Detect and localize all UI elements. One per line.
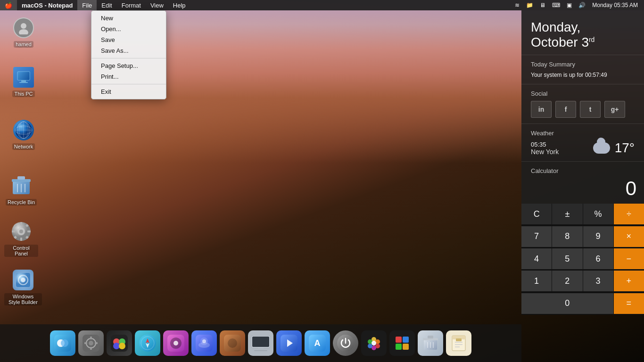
menu-item-new[interactable]: New: [91, 13, 166, 24]
svg-rect-83: [428, 336, 433, 338]
calc-btn-plus[interactable]: +: [614, 271, 644, 291]
weather-info: 05:35 New York: [531, 141, 559, 156]
svg-rect-5: [19, 82, 28, 83]
menu-item-open[interactable]: Open...: [91, 24, 166, 34]
svg-rect-78: [403, 337, 409, 343]
calc-btn-plusminus[interactable]: ±: [552, 204, 582, 224]
calc-btn-8[interactable]: 8: [552, 226, 582, 247]
calc-btn-4[interactable]: 4: [521, 248, 552, 269]
calc-btn-5[interactable]: 5: [552, 248, 582, 269]
month-day: October 3rd: [531, 35, 635, 50]
menu-item-print[interactable]: Print...: [91, 71, 166, 82]
dock-notepad[interactable]: [446, 330, 471, 356]
svg-rect-92: [456, 338, 462, 341]
desktop-icon-recycle-bin[interactable]: Recycle Bin: [4, 174, 38, 206]
calc-btn-minus[interactable]: −: [614, 248, 644, 269]
calc-btn-6[interactable]: 6: [583, 248, 613, 269]
this-pc-label: This PC: [12, 90, 34, 97]
dock-news[interactable]: [389, 330, 415, 356]
menu-edit[interactable]: Edit: [97, 0, 116, 10]
svg-point-7: [19, 122, 28, 139]
google-plus-button[interactable]: g+: [604, 101, 625, 118]
dock-trash[interactable]: [418, 330, 443, 356]
dock-power[interactable]: [333, 330, 358, 356]
control-panel-icon: [10, 220, 33, 243]
hamed-label: hamed: [14, 41, 33, 48]
menu-item-save-as[interactable]: Save As...: [91, 45, 166, 56]
desktop-icon-control-panel[interactable]: Control Panel: [4, 220, 38, 257]
desktop: 🍎 macOS - Notepad File Edit Format View …: [0, 0, 644, 362]
svg-rect-23: [27, 230, 31, 232]
svg-point-58: [228, 338, 237, 348]
weather-title: Weather: [531, 130, 635, 137]
monitor-icon: [13, 67, 34, 88]
svg-point-56: [202, 339, 206, 343]
menu-help[interactable]: Help: [168, 0, 190, 10]
app-name: macOS - Notepad: [17, 0, 77, 10]
dock-system-prefs[interactable]: [78, 330, 104, 356]
calc-btn-clear[interactable]: C: [521, 204, 552, 224]
menu-item-exit[interactable]: Exit: [91, 86, 166, 97]
calc-btn-3[interactable]: 3: [583, 271, 613, 291]
datetime-display: Monday 05:35 AM: [590, 0, 640, 10]
network-icon: [12, 119, 35, 141]
user-avatar: [13, 17, 34, 38]
dock-siri[interactable]: [191, 330, 217, 356]
dock-launchpad[interactable]: [276, 330, 302, 356]
hamed-icon: [12, 16, 35, 39]
calc-btn-percent[interactable]: %: [583, 204, 613, 224]
linkedin-button[interactable]: in: [531, 101, 552, 118]
dock-imac[interactable]: [248, 330, 273, 356]
desktop-icon-hamed[interactable]: hamed: [7, 16, 41, 48]
desktop-icon-this-pc[interactable]: This PC: [7, 66, 41, 97]
calc-btn-equals[interactable]: =: [614, 293, 644, 314]
menu-format[interactable]: Format: [117, 0, 146, 10]
svg-rect-37: [90, 337, 92, 339]
menu-file[interactable]: File: [77, 0, 97, 10]
svg-text:A: A: [314, 338, 321, 348]
calc-btn-0[interactable]: 0: [521, 293, 613, 314]
menu-item-save[interactable]: Save: [91, 34, 166, 45]
wifi-icon: ≋: [512, 0, 522, 10]
panel-date: Monday, October 3rd: [521, 10, 644, 55]
twitter-button[interactable]: t: [580, 101, 601, 118]
summary-title: Today Summary: [531, 61, 635, 68]
calculator-section: Calculator 0 C ± % ÷ 7 8 9 × 4 5 6 − 1: [521, 162, 644, 315]
speaker-icon: 🔊: [576, 0, 588, 10]
facebook-button[interactable]: f: [555, 101, 576, 118]
day-name: Monday,: [531, 20, 635, 35]
calc-btn-divide[interactable]: ÷: [614, 204, 644, 224]
calc-btn-7[interactable]: 7: [521, 226, 552, 247]
dock-itunes[interactable]: [163, 330, 189, 356]
dock-game-center[interactable]: [107, 330, 132, 356]
menu-item-page-setup[interactable]: Page Setup...: [91, 60, 166, 71]
dock-photos[interactable]: [361, 330, 387, 356]
calc-btn-9[interactable]: 9: [583, 226, 613, 247]
calculator-display: 0: [521, 177, 644, 204]
svg-rect-80: [403, 344, 409, 350]
desktop-icon-network[interactable]: Network: [7, 119, 41, 150]
dock-safari[interactable]: [135, 330, 160, 356]
calc-btn-2[interactable]: 2: [552, 271, 582, 291]
battery-icon: ▣: [564, 0, 574, 10]
svg-point-33: [61, 339, 68, 347]
svg-rect-21: [20, 238, 22, 241]
desktop-icon-wsb[interactable]: Windows Style Builder: [4, 269, 42, 305]
dock-app1[interactable]: [220, 330, 245, 356]
calculator-title: Calculator: [521, 162, 644, 177]
file-menu: New Open... Save Save As... Page Setup..…: [91, 10, 166, 99]
svg-rect-13: [17, 176, 25, 180]
svg-point-73: [368, 344, 372, 348]
dock-finder[interactable]: [50, 330, 75, 356]
apple-menu[interactable]: 🍎: [0, 0, 17, 10]
finder-tray-icon: 📁: [524, 0, 536, 10]
svg-rect-62: [254, 350, 267, 351]
calc-btn-1[interactable]: 1: [521, 271, 552, 291]
right-panel: Monday, October 3rd Today Summary Your s…: [521, 10, 644, 315]
apple-logo: 🍎: [5, 2, 12, 9]
svg-rect-77: [396, 337, 402, 343]
menu-view[interactable]: View: [146, 0, 168, 10]
svg-rect-4: [21, 80, 26, 82]
calc-btn-multiply[interactable]: ×: [614, 226, 644, 247]
dock-appstore[interactable]: A: [305, 330, 330, 356]
